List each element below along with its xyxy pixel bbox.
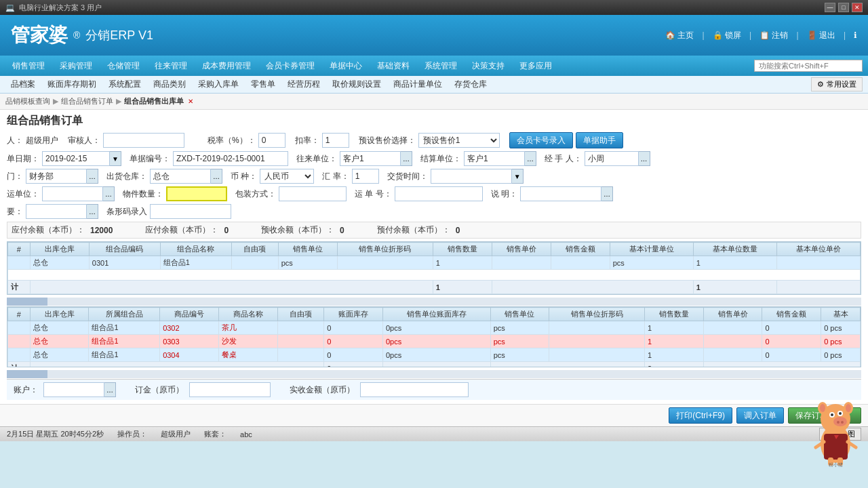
nav-basic[interactable]: 基础资料 — [370, 58, 416, 75]
logout-link[interactable]: 📋 注销 — [760, 30, 788, 41]
member-card-button[interactable]: 会员卡号录入 — [509, 132, 573, 148]
subnav-unit[interactable]: 商品计量单位 — [388, 77, 448, 92]
lower-scroll-thumb[interactable] — [7, 370, 47, 378]
lower-scrollbar[interactable] — [7, 370, 861, 378]
to-unit-btn[interactable]: … — [401, 151, 412, 166]
breadcrumb-item-1[interactable]: 品销模板查询 — [5, 96, 50, 106]
auditor-input[interactable] — [103, 133, 184, 148]
remark-2-btn[interactable]: … — [601, 186, 613, 201]
col-base-price: 基本单位单价 — [776, 243, 860, 256]
warehouse-btn[interactable]: … — [211, 169, 222, 184]
nav-system[interactable]: 系统管理 — [418, 58, 464, 75]
subnav-stock-wh[interactable]: 存货仓库 — [449, 77, 492, 92]
settings-button[interactable]: ⚙ 常用设置 — [811, 77, 863, 92]
exit-link[interactable]: 🚪 退出 — [807, 30, 835, 41]
lower-table-row-2[interactable]: 总仓 组合品1 0303 沙发 0 0pcs pcs 1 0 0 pcs — [8, 335, 861, 348]
upper-scroll-thumb[interactable] — [7, 298, 47, 306]
trade-date-combo[interactable]: ▼ — [431, 169, 524, 184]
upper-scrollbar[interactable] — [7, 298, 861, 306]
remark-btn[interactable]: … — [87, 204, 98, 219]
trade-date-btn[interactable]: ▼ — [512, 169, 524, 184]
shipping-unit-input[interactable] — [42, 186, 103, 201]
trade-date-input[interactable] — [431, 169, 512, 184]
account-combo[interactable]: … — [43, 382, 116, 397]
subnav-account-init[interactable]: 账面库存期初 — [42, 77, 102, 92]
breadcrumb-close[interactable]: ✕ — [188, 98, 193, 105]
form-row-4: 运单位： … 物件数量： 包装方式： 运 单 号： 说 明： … — [7, 186, 861, 201]
to-unit-label: 往来单位： — [296, 153, 337, 165]
cell-sales-unit-code — [337, 256, 433, 270]
order-amt-input[interactable] — [189, 382, 271, 397]
nav-voucher[interactable]: 单据中心 — [323, 58, 369, 75]
subnav-retail[interactable]: 零售单 — [245, 77, 281, 92]
order-no-input[interactable] — [173, 151, 288, 166]
table-row[interactable]: 总仓 0301 组合品1 pcs 1 pcs 1 — [8, 256, 861, 270]
subnav-purchase-in[interactable]: 采购入库单 — [193, 77, 244, 92]
info-link[interactable]: ℹ — [854, 30, 857, 40]
helper-button[interactable]: 单据助手 — [576, 132, 623, 148]
date-combo[interactable]: ▼ — [42, 151, 121, 166]
print-button[interactable]: 打印(Ctrl+F9) — [669, 407, 732, 424]
nav-purchase[interactable]: 采购管理 — [53, 58, 99, 75]
maximize-button[interactable]: □ — [838, 3, 849, 12]
dept-combo[interactable]: … — [26, 169, 98, 184]
pack-input[interactable] — [279, 186, 347, 201]
warehouse-label: 出货仓库： — [106, 171, 147, 182]
dept-input[interactable] — [26, 169, 87, 184]
svg-point-2 — [833, 417, 847, 426]
account-input[interactable] — [43, 382, 104, 397]
handler-combo[interactable]: … — [585, 151, 650, 166]
shipping-no-input[interactable] — [395, 186, 483, 201]
date-input[interactable] — [42, 151, 110, 166]
shipping-unit-btn[interactable]: … — [103, 186, 115, 201]
lower-table-row-3[interactable]: 总仓 组合品1 0304 餐桌 0 0pcs pcs 1 0 0 pcs — [8, 348, 861, 362]
subnav-product-cat[interactable]: 商品类别 — [148, 77, 191, 92]
to-unit-combo[interactable]: … — [340, 151, 412, 166]
parts-qty-input[interactable] — [166, 186, 227, 201]
subnav-sys-config[interactable]: 系统配置 — [103, 77, 146, 92]
nav-member[interactable]: 会员卡券管理 — [259, 58, 321, 75]
search-input[interactable] — [754, 60, 863, 72]
nav-sales[interactable]: 销售管理 — [5, 58, 52, 75]
nav-decision[interactable]: 决策支持 — [465, 58, 511, 75]
handler-input[interactable] — [585, 151, 639, 166]
close-button[interactable]: ✕ — [852, 3, 863, 12]
remark-2-combo[interactable]: … — [520, 186, 613, 201]
lock-link[interactable]: 🔒 锁屏 — [713, 30, 741, 41]
remark-combo[interactable]: … — [26, 204, 98, 219]
remark-2-input[interactable] — [520, 186, 601, 201]
nav-cost[interactable]: 成本费用管理 — [195, 58, 258, 75]
nav-warehouse[interactable]: 仓储管理 — [100, 58, 146, 75]
breadcrumb-item-2[interactable]: 组合品销售订单 — [61, 96, 113, 106]
lower-table-footer: 计 0 3 — [8, 362, 861, 368]
col-sales-amount: 销售金额 — [551, 243, 610, 256]
home-link[interactable]: 🏠 主页 — [665, 30, 694, 41]
settle-btn[interactable]: … — [525, 151, 536, 166]
settle-combo[interactable]: … — [464, 151, 536, 166]
received-amt-input[interactable] — [360, 382, 469, 397]
handler-btn[interactable]: … — [639, 151, 650, 166]
import-button[interactable]: 调入订单 — [736, 407, 784, 424]
settle-input[interactable] — [464, 151, 525, 166]
warehouse-input[interactable] — [150, 169, 211, 184]
to-unit-input[interactable] — [340, 151, 401, 166]
dept-btn[interactable]: … — [87, 169, 98, 184]
subnav-product-file[interactable]: 品档案 — [5, 77, 41, 92]
nav-more[interactable]: 更多应用 — [513, 58, 559, 75]
lower-table-row-1[interactable]: 总仓 组合品1 0302 茶几 0 0pcs pcs 1 0 0 pcs — [8, 321, 861, 335]
remark-input[interactable] — [26, 204, 87, 219]
nav-transactions[interactable]: 往来管理 — [148, 58, 194, 75]
warehouse-combo[interactable]: … — [150, 169, 222, 184]
tax-input[interactable] — [258, 133, 285, 148]
subnav-history[interactable]: 经营历程 — [282, 77, 326, 92]
barcode-input[interactable] — [150, 204, 231, 219]
discount-input[interactable] — [322, 133, 349, 148]
shipping-unit-combo[interactable]: … — [42, 186, 115, 201]
subnav-price-rule[interactable]: 取价规则设置 — [327, 77, 387, 92]
date-picker-btn[interactable]: ▼ — [110, 151, 121, 166]
rate-input[interactable] — [352, 169, 379, 184]
price-select[interactable]: 预设售价1 — [418, 133, 500, 148]
account-btn[interactable]: … — [104, 382, 116, 397]
currency-select[interactable]: 人民币 — [260, 169, 314, 184]
minimize-button[interactable]: — — [825, 3, 835, 12]
